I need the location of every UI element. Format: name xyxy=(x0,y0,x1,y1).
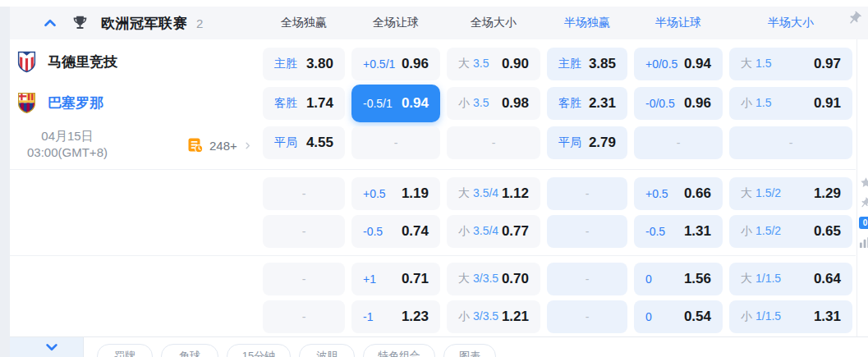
odds-cell[interactable]: -0.50.74 xyxy=(351,215,440,248)
odds-cell: - xyxy=(547,215,627,248)
market-chip[interactable]: 特色组合 xyxy=(363,344,435,357)
odds-cell[interactable]: 小1/1.51.31 xyxy=(729,300,852,333)
divider xyxy=(10,169,856,170)
divider xyxy=(857,39,857,336)
barcelona-crest-icon xyxy=(16,92,37,114)
column-header-2: 全场让球 xyxy=(351,16,440,30)
odds-cell[interactable]: +0/0.50.94 xyxy=(634,48,723,80)
odds-cell: - xyxy=(547,300,627,333)
odds-cell[interactable]: 小3.50.98 xyxy=(447,87,540,120)
odds-row: --0.50.74小3.5/40.77--0.51.31小1.5/20.65 xyxy=(263,215,852,248)
odds-cell[interactable]: 主胜3.80 xyxy=(263,48,345,80)
collapse-chevron-up-icon[interactable] xyxy=(41,14,59,32)
odds-cell[interactable]: +10.71 xyxy=(351,263,440,295)
odds-row: -+0.51.19大3.5/41.12-+0.50.66大1.5/21.29 xyxy=(263,177,852,210)
odds-cell[interactable]: 大1.50.97 xyxy=(729,48,852,80)
odds-cell: - xyxy=(263,300,345,333)
divider xyxy=(10,255,856,256)
market-chip[interactable]: 图表 xyxy=(443,344,496,357)
odds-cell[interactable]: -11.23 xyxy=(351,300,440,333)
odds-cell[interactable]: 小1.5/20.65 xyxy=(729,215,852,248)
league-header: 欧洲冠军联赛 2 xyxy=(41,7,203,39)
odds-cell[interactable]: -0.5/10.94 xyxy=(351,85,440,122)
away-team-name: 巴塞罗那 xyxy=(48,94,103,112)
odds-cell: - xyxy=(263,177,345,210)
odds-cell[interactable]: 00.54 xyxy=(634,300,723,333)
left-gutter xyxy=(0,7,10,357)
league-count-badge: 2 xyxy=(196,16,203,30)
odds-row: 客胜1.74-0.5/10.94小3.50.98客胜2.31-0/0.50.96… xyxy=(263,87,852,122)
atletico-crest-icon xyxy=(16,51,37,73)
odds-cell[interactable]: 小3/3.51.21 xyxy=(447,300,540,333)
market-chip[interactable]: 角球 xyxy=(161,344,218,357)
odds-cell[interactable]: +0.50.66 xyxy=(634,177,723,210)
chevron-right-icon xyxy=(243,141,252,150)
league-title: 欧洲冠军联赛 xyxy=(101,14,187,33)
count-badge[interactable]: 0 xyxy=(859,217,868,229)
odds-cell[interactable]: 大1.5/21.29 xyxy=(729,177,852,210)
markets-count: 248+ xyxy=(209,139,237,153)
odds-cell[interactable]: +0.5/10.96 xyxy=(351,48,440,80)
pin-match-icon[interactable] xyxy=(859,197,868,209)
market-chip[interactable]: 波胆 xyxy=(299,344,355,357)
match-date: 04月15日 xyxy=(3,128,131,144)
column-header-6: 半场大小 xyxy=(729,16,852,30)
odds-cell[interactable]: 主胜3.85 xyxy=(547,48,627,80)
odds-cell: - xyxy=(729,126,852,159)
favorite-star-icon[interactable] xyxy=(859,176,868,190)
more-markets-link[interactable]: 248+ xyxy=(187,135,252,155)
odds-cell[interactable]: 大3/3.50.70 xyxy=(447,263,540,295)
markets-clock-icon xyxy=(187,137,204,153)
odds-row: 平局4.55--平局2.79-- xyxy=(263,126,852,159)
market-chip[interactable]: 15分钟 xyxy=(227,344,291,357)
odds-cell[interactable]: 大3.50.90 xyxy=(447,48,540,80)
odds-row: 主胜3.80+0.5/10.96大3.50.90主胜3.85+0/0.50.94… xyxy=(263,48,852,80)
odds-cell: - xyxy=(634,126,723,159)
divider xyxy=(10,336,868,337)
odds-cell[interactable]: 客胜2.31 xyxy=(547,87,627,120)
column-header-3: 全场大小 xyxy=(447,16,540,30)
odds-cell: - xyxy=(351,126,440,159)
pushpin-icon[interactable] xyxy=(847,11,862,30)
column-header-1: 全场独赢 xyxy=(263,16,345,30)
odds-cell[interactable]: -0.51.31 xyxy=(634,215,723,248)
stats-bars-icon[interactable] xyxy=(859,236,868,249)
odds-cell[interactable]: 小3.5/40.77 xyxy=(447,215,540,248)
odds-cell: - xyxy=(547,263,627,295)
odds-cell: - xyxy=(263,263,345,295)
home-team-row[interactable]: 马德里竞技 xyxy=(16,51,117,73)
odds-cell[interactable]: 平局4.55 xyxy=(263,126,345,159)
divider xyxy=(83,337,84,357)
home-team-name: 马德里竞技 xyxy=(48,53,117,71)
odds-cell: - xyxy=(263,215,345,248)
odds-cell[interactable]: 大3.5/41.12 xyxy=(447,177,540,210)
odds-cell: - xyxy=(547,177,627,210)
odds-cell[interactable]: -0/0.50.96 xyxy=(634,87,723,120)
column-headers: 全场独赢全场让球全场大小半场独赢半场让球半场大小 xyxy=(263,7,852,39)
odds-cell[interactable]: +0.51.19 xyxy=(351,177,440,210)
odds-cell[interactable]: 小1.50.91 xyxy=(729,87,852,120)
odds-cell: - xyxy=(447,126,540,159)
odds-cell[interactable]: 客胜1.74 xyxy=(263,87,345,120)
odds-row: -+10.71大3/3.50.70-01.56大1/1.50.64 xyxy=(263,263,852,295)
market-chip[interactable]: 罚牌 xyxy=(97,344,153,357)
trophy-icon xyxy=(71,15,89,32)
odds-cell[interactable]: 01.56 xyxy=(634,263,723,295)
odds-board: 欧洲冠军联赛 2 全场独赢全场让球全场大小半场独赢半场让球半场大小 马德里竞技 xyxy=(0,0,868,357)
column-header-4: 半场独赢 xyxy=(547,16,627,30)
away-team-row[interactable]: 巴塞罗那 xyxy=(16,92,103,114)
collapse-chevron-down-icon[interactable] xyxy=(43,341,61,357)
match-datetime: 04月15日 03:00(GMT+8) xyxy=(3,128,131,161)
odds-cell[interactable]: 平局2.79 xyxy=(547,126,627,159)
match-time: 03:00(GMT+8) xyxy=(3,144,131,161)
column-header-5: 半场让球 xyxy=(634,16,723,30)
odds-row: --11.23小3/3.51.21-00.54小1/1.51.31 xyxy=(263,300,852,333)
odds-cell[interactable]: 大1/1.50.64 xyxy=(729,263,852,295)
match-action-rail: 0 xyxy=(859,176,868,249)
